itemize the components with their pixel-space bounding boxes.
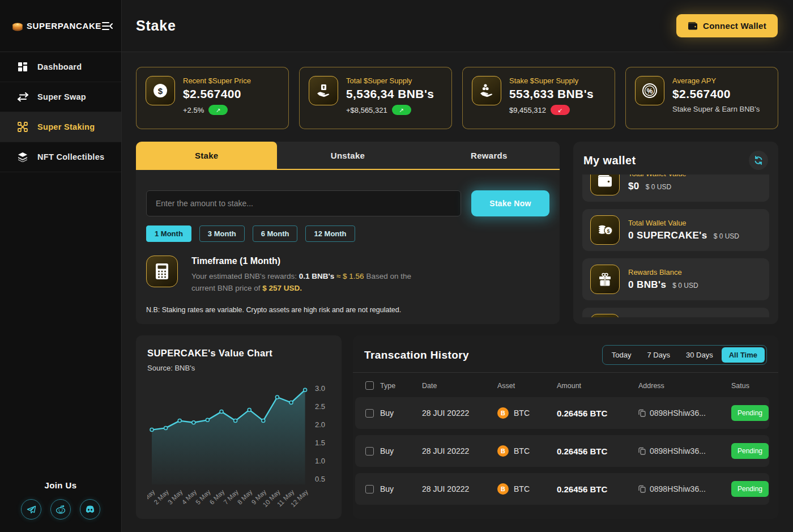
- refresh-icon: [754, 156, 763, 165]
- svg-text:1.5: 1.5: [315, 439, 325, 447]
- wallet-item-label: Total Wallet Value: [628, 219, 739, 227]
- trend-up-icon: ↗: [392, 105, 411, 115]
- copy-icon[interactable]: [638, 409, 646, 417]
- btc-icon: B: [497, 407, 509, 419]
- filter-7-days[interactable]: 7 Days: [639, 347, 677, 363]
- wallet-icon: [590, 175, 620, 195]
- row-checkbox[interactable]: [365, 409, 374, 418]
- status-badge: Pending: [731, 405, 769, 421]
- stat-card-average-apy: % Average APY $2.567400 Stake Super & Ea…: [625, 67, 778, 129]
- btc-icon: B: [497, 445, 509, 457]
- stat-card-stake-supply: Stake $Super Supply 553,633 BNB's $9,455…: [462, 67, 615, 129]
- svg-text:7 May: 7 May: [222, 488, 240, 506]
- join-us-title: Join Us: [0, 480, 121, 490]
- sidebar-item-label: Super Swap: [37, 92, 86, 101]
- supply-icon: [309, 76, 338, 105]
- telegram-button[interactable]: [21, 499, 41, 520]
- stat-value: 5,536,34 BNB's: [346, 87, 434, 101]
- stat-change: $9,455,312: [509, 106, 546, 114]
- app-root: SUPERPANCAKE Dashboard Super Swap: [0, 0, 793, 532]
- transaction-row[interactable]: Buy 28 JUI 20222 BBTC 0.26456 BTC 0898HS…: [355, 397, 769, 429]
- stat-change: +$8,565,321: [346, 106, 387, 114]
- top-header: Stake Connect Wallet: [122, 0, 793, 52]
- cell-address-text: 0898HShiw36...: [650, 484, 706, 493]
- percent-icon: %: [635, 76, 664, 105]
- est-label: Your estimated BNB's rewards:: [191, 272, 297, 280]
- copy-icon[interactable]: [638, 447, 646, 455]
- hand-coins-icon: [472, 76, 501, 105]
- wallet-item-partial: [582, 308, 769, 317]
- history-column-headers: Type Date Asset Amount Address Satus: [353, 373, 778, 397]
- month-button-6[interactable]: 6 Month: [253, 225, 298, 242]
- svg-text:1.0: 1.0: [315, 457, 325, 465]
- timeframe-title: Timeframe (1 Month): [191, 256, 435, 266]
- discord-button[interactable]: [80, 499, 100, 520]
- month-button-12[interactable]: 12 Month: [305, 225, 355, 242]
- stake-amount-input[interactable]: [146, 190, 461, 216]
- brand-logo[interactable]: SUPERPANCAKE: [11, 20, 101, 32]
- history-filters: Today 7 Days 30 Days All Time: [602, 345, 767, 365]
- refresh-button[interactable]: [749, 151, 768, 170]
- status-badge: Pending: [731, 481, 769, 497]
- svg-text:$: $: [158, 86, 163, 96]
- column-amount: Amount: [557, 382, 638, 390]
- wallet-item-value: $0: [628, 181, 639, 192]
- value-chart-card: SUPERCAKE's Value Chart Source: BNB's 3.…: [136, 335, 342, 519]
- stat-cards-row: $ Recent $Super Price $2.567400 +2.5% ↗ …: [136, 67, 778, 129]
- stat-value: $2.567400: [672, 87, 760, 101]
- tab-rewards[interactable]: Rewards: [419, 142, 560, 169]
- stat-change: +2.5%: [183, 106, 204, 114]
- filter-all-time[interactable]: All Time: [722, 347, 765, 363]
- row-checkbox[interactable]: [365, 485, 374, 493]
- cell-address-text: 0898HShiw36...: [650, 408, 706, 418]
- stake-amount-row: Stake Now: [146, 190, 549, 216]
- stat-label: Stake $Super Supply: [509, 76, 594, 85]
- svg-text:%: %: [647, 87, 653, 95]
- transaction-row[interactable]: Buy 28 JUI 20222 BBTC 0.26456 BTC 0898HS…: [355, 473, 769, 505]
- svg-text:3 May: 3 May: [167, 488, 184, 506]
- row-checkbox[interactable]: [365, 447, 374, 456]
- select-all-checkbox[interactable]: [365, 381, 374, 390]
- stake-now-button[interactable]: Stake Now: [471, 190, 549, 216]
- timeframe-summary: Timeframe (1 Month) Your estimated BNB's…: [146, 256, 549, 295]
- stat-value: $2.567400: [183, 87, 251, 101]
- cell-address-text: 0898HShiw36...: [650, 446, 706, 456]
- btc-icon: B: [497, 483, 509, 495]
- month-button-3[interactable]: 3 Month: [199, 225, 245, 242]
- transaction-row[interactable]: Buy 28 JUI 20222 BBTC 0.26456 BTC 0898HS…: [355, 435, 769, 467]
- staking-disclaimer: N.B: Staking rates are variable. Crypto …: [146, 306, 549, 314]
- history-title: Transcation History: [364, 349, 469, 361]
- svg-text:4 May: 4 May: [181, 488, 198, 506]
- wallet-title: My wallet: [583, 154, 636, 167]
- tab-unstake[interactable]: Unstake: [277, 142, 418, 169]
- sidebar: SUPERPANCAKE Dashboard Super Swap: [0, 0, 122, 532]
- column-asset: Asset: [497, 382, 557, 390]
- sidebar-item-nft-collectibles[interactable]: NFT Collectibles: [0, 142, 121, 172]
- cell-amount: 0.26456 BTC: [557, 446, 638, 456]
- wallet-item-label: Total Wallet Value: [628, 175, 687, 178]
- column-address: Address: [638, 382, 731, 390]
- wallet-list[interactable]: Total Wallet Value $0 $ 0 USD $ Total Wa…: [582, 175, 769, 317]
- stat-card-recent-price: $ Recent $Super Price $2.567400 +2.5% ↗: [136, 67, 289, 129]
- dashboard-icon: [17, 62, 28, 72]
- wallet-item-supercake: $ Total Wallet Value 0 SUPERCAKE's $ 0 U…: [582, 209, 769, 251]
- filter-30-days[interactable]: 30 Days: [679, 347, 720, 363]
- reddit-button[interactable]: [50, 499, 71, 520]
- connect-wallet-button[interactable]: Connect Wallet: [676, 14, 778, 37]
- column-status: Satus: [731, 382, 767, 390]
- filter-today[interactable]: Today: [604, 347, 639, 363]
- month-button-1[interactable]: 1 Month: [146, 225, 191, 242]
- sidebar-collapse-icon[interactable]: [101, 22, 113, 31]
- tab-stake[interactable]: Stake: [136, 142, 277, 169]
- logo-row: SUPERPANCAKE: [0, 0, 121, 52]
- sidebar-item-super-staking[interactable]: Super Staking: [0, 112, 121, 142]
- sidebar-item-super-swap[interactable]: Super Swap: [0, 82, 121, 112]
- trend-up-icon: ↗: [208, 105, 228, 115]
- dollar-icon: $: [146, 76, 175, 105]
- cell-asset-label: BTC: [514, 446, 530, 456]
- sidebar-item-dashboard[interactable]: Dashboard: [0, 52, 121, 82]
- cell-date: 28 JUI 20222: [422, 484, 497, 493]
- trend-down-icon: ↙: [551, 105, 570, 115]
- copy-icon[interactable]: [638, 485, 646, 493]
- svg-text:5 May: 5 May: [194, 488, 212, 506]
